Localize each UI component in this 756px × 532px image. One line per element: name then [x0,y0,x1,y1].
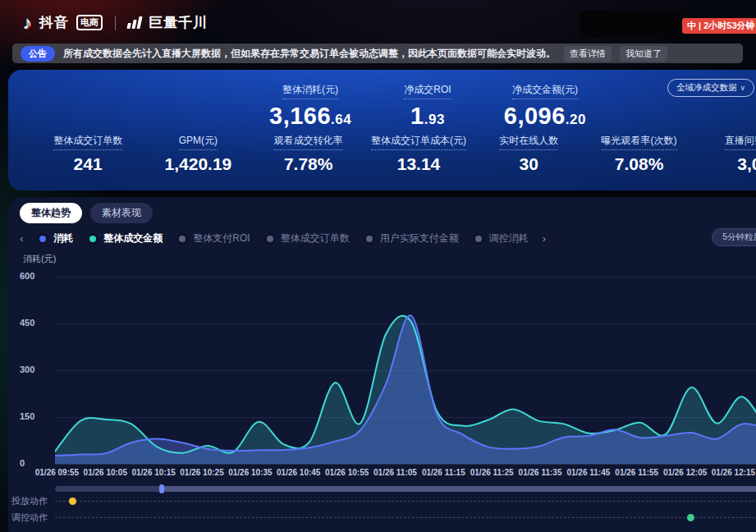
y-tick-label: 0 [20,458,46,468]
metric-value: 241 [33,154,143,174]
metric-label[interactable]: 整体消耗(元) [282,83,338,99]
legend-item[interactable]: 用户实际支付金额 [364,232,459,245]
metric-value: 3,0 [694,154,756,174]
legend-next-arrow-icon[interactable]: › [543,232,546,245]
metric-value: 7.78% [254,154,364,174]
legend-row: ‹ 消耗整体成交金额整体支付ROI整体成交订单数用户实际支付金额调控消耗 › [20,232,710,245]
legend-item-label: 消耗 [53,232,73,245]
legend-item-label: 用户实际支付金额 [380,232,459,245]
legend-items: 消耗整体成交金额整体支付ROI整体成交订单数用户实际支付金额调控消耗 [37,232,528,245]
action-marker-dot[interactable] [69,498,76,505]
x-tick-label: 01/26 10:55 [323,468,371,477]
metric-label[interactable]: 实时在线人数 [499,134,558,150]
y-tick-label: 300 [20,365,46,374]
legend-prev-arrow-icon[interactable]: ‹ [20,232,23,245]
secondary-metric: GPM(元)1,420.19 [143,132,253,174]
legend-item[interactable]: 消耗 [37,232,73,245]
primary-metrics-row: 整体消耗(元)3,166.64净成交ROI1.93净成交金额(元)6,096.2… [269,81,586,130]
legend-item-label: 整体成交金额 [103,232,163,245]
metric-label[interactable]: 净成交ROI [404,83,451,99]
metric-value: 13.14 [364,154,474,174]
x-tick-label: 01/26 09:55 [33,468,81,477]
secondary-metric: 观看成交转化率7.78% [254,132,364,174]
metric-value-decimal: .93 [424,112,445,127]
series-area-消耗 [55,315,756,464]
action-row: 投放动作 [11,495,756,507]
tab-material-performance[interactable]: 素材表现 [90,203,153,223]
metric-label[interactable]: 整体成交订单数 [53,134,122,150]
announcement-tag: 公告 [21,46,55,62]
x-tick-label: 01/26 11:55 [612,468,661,477]
series-dot-icon [267,236,273,242]
douyin-note-icon: ♪ [23,14,32,32]
series-dot-icon [89,236,96,242]
x-tick-label: 01/26 10:45 [274,468,323,477]
x-tick-label: 01/26 11:25 [468,468,516,477]
secondary-metrics-row: 整体成交订单数241GPM(元)1,420.19观看成交转化率7.78%整体成交… [33,132,756,174]
secondary-metric: 曝光观看率(次数)7.08% [584,132,694,174]
x-tick-label: 01/26 10:35 [226,468,274,477]
metric-label[interactable]: 整体成交订单成本(元) [371,134,466,150]
metric-label[interactable]: 直播间整体 [725,134,756,150]
metric-label[interactable]: 曝光观看率(次数) [602,134,677,150]
x-tick-label: 01/26 11:15 [419,468,468,477]
metric-value-decimal: .64 [331,112,351,127]
announcement-text: 所有成交数据会先计入直播大屏数据，但如果存在异常交易订单会被动态调整，因此本页面… [63,47,556,61]
metric-value: 7.08% [584,154,694,174]
chart-plot-area[interactable] [55,277,756,464]
metric-label[interactable]: 观看成交转化率 [274,134,343,150]
redacted-area [580,11,680,38]
douyin-wordmark: 抖音 [39,13,69,32]
series-dot-icon [179,236,186,242]
action-row-label: 投放动作 [11,495,53,507]
y-tick-label: 450 [20,318,46,328]
primary-metric: 净成交ROI1.93 [404,81,451,130]
header-divider: | [749,18,752,30]
ecommerce-badge: 电商 [76,15,103,30]
qianchuan-live-dashboard: { "header": { "brand_douyin": "抖音", "bra… [0,0,756,532]
legend-dot-halo [87,233,99,245]
metric-label[interactable]: GPM(元) [179,134,218,150]
legend-item-label: 整体支付ROI [193,232,250,245]
x-tick-label: 01/26 11:45 [564,468,612,477]
action-row-label: 调控动作 [11,511,53,524]
x-tick-label: 01/26 12:05 [661,468,709,477]
trend-chart-svg [55,277,756,464]
metric-value: 1.93 [404,103,451,130]
x-tick-label: 01/26 10:15 [130,468,178,477]
legend-dot-halo [176,233,188,245]
legend-dot-halo [264,233,276,245]
gridline [55,464,756,465]
series-dot-icon [39,236,46,242]
view-details-button[interactable]: 查看详情 [564,46,612,62]
live-duration-badge: 中 | 2小时53分钟 [682,18,756,34]
metric-value-decimal: .20 [566,112,586,127]
acknowledge-button[interactable]: 我知道了 [620,46,667,62]
legend-item[interactable]: 调控消耗 [473,232,529,245]
qianchuan-wordmark: 巨量千川 [149,13,208,32]
primary-metric: 净成交金额(元)6,096.20 [504,81,586,130]
legend-item-label: 调控消耗 [489,232,529,245]
metrics-panel: 全域净成交数据 ∨ 整体消耗(元)3,166.64净成交ROI1.93净成交金额… [8,70,756,190]
metric-value: 30 [474,154,584,174]
action-marker-dot[interactable] [687,514,694,521]
x-tick-label: 01/26 10:25 [178,468,227,477]
y-axis-title: 消耗(元) [23,253,56,265]
announcement-bar: 公告 所有成交数据会先计入直播大屏数据，但如果存在异常交易订单会被动态调整，因此… [12,44,743,63]
legend-item[interactable]: 整体支付ROI [176,232,250,245]
slider-handle[interactable] [159,484,164,493]
granularity-selector[interactable]: 5分钟粒度 [712,228,756,246]
metric-label[interactable]: 净成交金额(元) [512,83,578,99]
time-range-slider[interactable] [55,486,756,492]
series-dot-icon [366,236,373,242]
metric-value: 6,096.20 [504,103,586,130]
legend-item[interactable]: 整体成交订单数 [264,232,350,245]
secondary-metric: 整体成交订单数241 [33,132,143,174]
x-tick-label: 01/26 10:05 [81,468,130,477]
legend-item[interactable]: 整体成交金额 [87,232,163,245]
tab-overall-trend[interactable]: 整体趋势 [20,203,82,223]
qianchuan-logo-icon [126,16,142,29]
secondary-metric: 实时在线人数30 [474,132,584,174]
trend-tabs: 整体趋势素材表现 [20,203,153,223]
scope-selector-dropdown[interactable]: 全域净成交数据 ∨ [667,79,754,97]
